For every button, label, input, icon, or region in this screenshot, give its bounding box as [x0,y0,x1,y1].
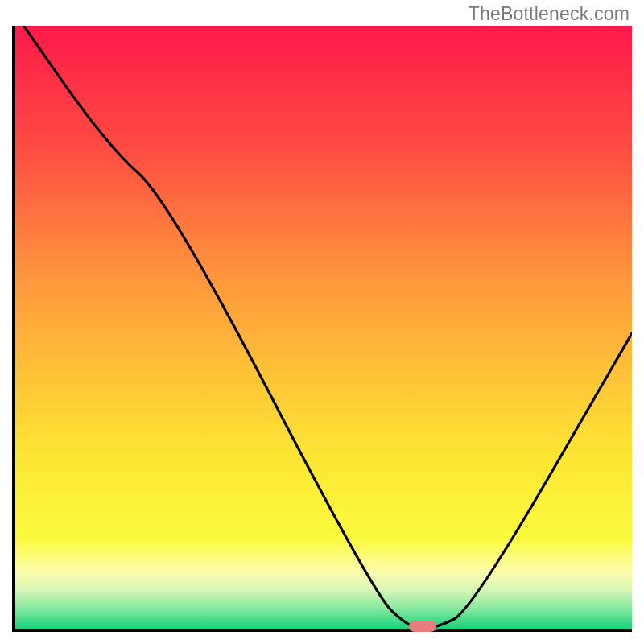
chart-marker [409,621,436,632]
chart-line-series [15,26,632,629]
chart-plot-area [12,26,632,632]
watermark-text: TheBottleneck.com [469,3,630,25]
